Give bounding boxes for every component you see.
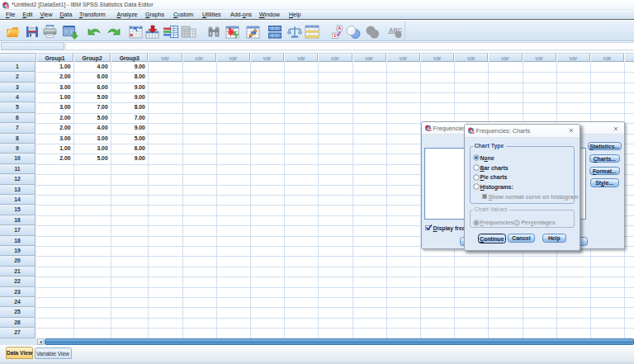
svg-text:A: A [338, 26, 342, 31]
